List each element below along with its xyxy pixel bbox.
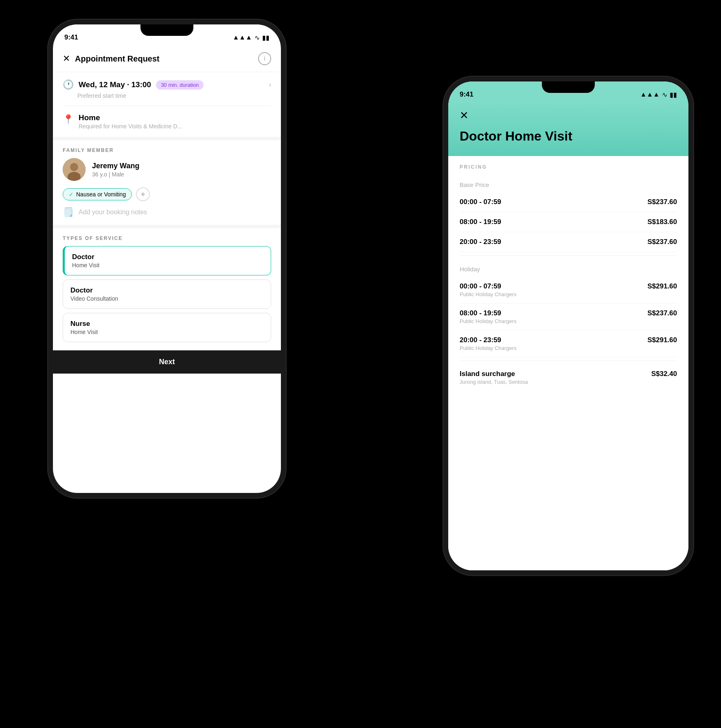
page-title: Appointment Request (75, 54, 160, 64)
phone2-notch (542, 81, 595, 93)
check-icon: ✓ (69, 191, 74, 198)
service-subtype-3: Home Visit (70, 329, 263, 335)
close-button[interactable]: ✕ (63, 53, 70, 64)
service-type-3: Nurse (70, 320, 263, 328)
notes-icon: 🗒️ (63, 207, 74, 218)
section-divider2 (53, 225, 281, 228)
surcharge-info: Island surcharge Jurong island, Tuas, Se… (460, 370, 528, 385)
service-type-2: Doctor (70, 286, 263, 295)
service-type-1: Doctor (72, 253, 263, 261)
info-icon: i (264, 55, 265, 62)
pricing-amount-1: S$237.60 (647, 198, 677, 206)
family-section-label: FAMILY MEMBER (53, 140, 281, 158)
location-row[interactable]: 📍 Home Required for Home Visits & Medici… (53, 106, 281, 137)
member-info: Jeremy Wang 36 y.o | Male (92, 162, 139, 178)
signal-icon2: ▲▲▲ (640, 91, 660, 98)
location-info: Home Required for Home Visits & Medicine… (79, 113, 182, 130)
holiday-amount-2: S$237.60 (647, 309, 677, 317)
service-item-doctor-video[interactable]: Doctor Video Consultation (63, 279, 271, 309)
phone1-time: 9:41 (64, 33, 78, 42)
pricing-time-1: 00:00 - 07:59 (460, 198, 501, 206)
surcharge-amount: S$32.40 (651, 370, 677, 378)
holiday-amount-3: S$291.60 (647, 336, 677, 344)
avatar (63, 158, 85, 181)
pricing-group-divider (460, 255, 677, 256)
symptom-label: Nausea or Vomiting (76, 191, 126, 198)
phone1-status-bar: 9:41 ▲▲▲ ∿ ▮▮ (53, 24, 281, 46)
section-divider1 (53, 137, 281, 140)
service-list: Doctor Home Visit Doctor Video Consultat… (53, 246, 281, 349)
svg-point-1 (70, 163, 78, 171)
pricing-row-2: 08:00 - 19:59 S$183.60 (460, 212, 677, 232)
member-name: Jeremy Wang (92, 162, 139, 170)
pricing-group-divider2 (460, 361, 677, 361)
phone2-header: ✕ Doctor Home Visit (448, 103, 688, 156)
phone1-notch (140, 24, 193, 36)
phone2-status-icons: ▲▲▲ ∿ ▮▮ (640, 91, 677, 99)
battery-icon: ▮▮ (262, 34, 270, 42)
notes-placeholder: Add your booking notes (79, 209, 147, 216)
location-subtitle: Required for Home Visits & Medicine D... (79, 123, 182, 130)
pricing-label: PRICING (460, 156, 677, 175)
next-button[interactable]: Next (63, 358, 271, 366)
app-header: ✕ Appointment Request i (53, 46, 281, 72)
surcharge-row: Island surcharge Jurong island, Tuas, Se… (460, 364, 677, 391)
header-left: ✕ Appointment Request (63, 53, 160, 64)
datetime-subtitle: Preferred start time (53, 92, 281, 106)
pricing-amount-2: S$183.60 (647, 218, 677, 226)
holiday-time-2: 08:00 - 19:59 Public Holiday Chargers (460, 309, 516, 324)
clock-icon: 🕐 (63, 79, 74, 90)
close-button-2[interactable]: ✕ (460, 109, 677, 122)
info-button[interactable]: i (258, 52, 271, 65)
datetime-row[interactable]: 🕐 Wed, 12 May · 13:00 30 min. duration › (53, 72, 281, 92)
next-btn-container: Next (53, 350, 281, 374)
wifi-icon2: ∿ (662, 91, 667, 99)
pricing-time-2: 08:00 - 19:59 (460, 218, 501, 226)
service-item-nurse[interactable]: Nurse Home Visit (63, 313, 271, 342)
phone2-device: 9:41 ▲▲▲ ∿ ▮▮ ✕ Doctor Home Visit PRICIN… (448, 81, 688, 570)
symptom-tag[interactable]: ✓ Nausea or Vomiting (63, 188, 132, 200)
holiday-row-2: 08:00 - 19:59 Public Holiday Chargers S$… (460, 304, 677, 330)
family-member-row: Jeremy Wang 36 y.o | Male (53, 158, 281, 187)
holiday-time-1: 00:00 - 07:59 Public Holiday Chargers (460, 282, 516, 297)
holiday-row-1: 00:00 - 07:59 Public Holiday Chargers S$… (460, 277, 677, 304)
location-title: Home (79, 113, 182, 122)
service-item-doctor-home[interactable]: Doctor Home Visit (63, 246, 271, 275)
holiday-time-3: 20:00 - 23:59 Public Holiday Chargers (460, 336, 516, 351)
phone2-content: PRICING Base Price 00:00 - 07:59 S$237.6… (448, 156, 688, 570)
surcharge-sub: Jurong island, Tuas, Sentosa (460, 379, 528, 385)
phone1-status-icons: ▲▲▲ ∿ ▮▮ (232, 34, 270, 42)
pricing-row-1: 00:00 - 07:59 S$237.60 (460, 192, 677, 212)
tags-row: ✓ Nausea or Vomiting + (53, 187, 281, 207)
duration-badge: 30 min. duration (156, 80, 204, 90)
base-price-label: Base Price (460, 175, 677, 192)
holiday-label: Holiday (460, 259, 677, 277)
pricing-row-3: 20:00 - 23:59 S$237.60 (460, 232, 677, 252)
add-tag-button[interactable]: + (136, 187, 150, 201)
phone1-content: ✕ Appointment Request i 🕐 Wed, 12 May · … (53, 46, 281, 493)
holiday-row-3: 20:00 - 23:59 Public Holiday Chargers S$… (460, 330, 677, 357)
phone2-page-title: Doctor Home Visit (460, 128, 677, 144)
chevron-right-icon: › (269, 81, 271, 88)
services-section-label: TYPES OF SERVICE (53, 228, 281, 246)
notes-row[interactable]: 🗒️ Add your booking notes (53, 207, 281, 225)
surcharge-label: Island surcharge (460, 370, 528, 378)
service-subtype-2: Video Consultation (70, 295, 263, 302)
member-details: 36 y.o | Male (92, 171, 139, 178)
datetime-value: Wed, 12 May · 13:00 (79, 80, 151, 89)
battery-icon2: ▮▮ (670, 91, 677, 99)
service-subtype-1: Home Visit (72, 262, 263, 268)
pricing-time-3: 20:00 - 23:59 (460, 238, 501, 246)
holiday-amount-1: S$291.60 (647, 282, 677, 290)
phone2-status-bar: 9:41 ▲▲▲ ∿ ▮▮ (448, 81, 688, 103)
pricing-amount-3: S$237.60 (647, 238, 677, 246)
phone1-device: 9:41 ▲▲▲ ∿ ▮▮ ✕ Appointment Request i 🕐 … (53, 24, 281, 493)
wifi-icon: ∿ (254, 34, 260, 42)
signal-icon: ▲▲▲ (232, 34, 252, 41)
location-icon: 📍 (63, 114, 74, 125)
phone2-time: 9:41 (460, 90, 473, 99)
